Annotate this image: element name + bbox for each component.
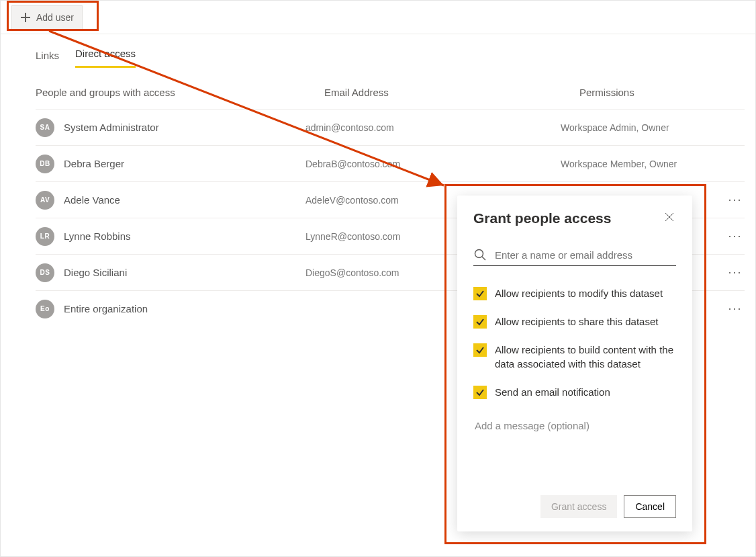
avatar: DS bbox=[36, 263, 54, 282]
header-email: Email Address bbox=[324, 87, 579, 98]
avatar: AV bbox=[36, 191, 54, 210]
option-email-notification[interactable]: Send an email notification bbox=[473, 385, 676, 400]
app-frame: Add user Links Direct access People and … bbox=[0, 0, 756, 557]
tabs: Links Direct access bbox=[1, 34, 755, 68]
avatar: DB bbox=[36, 155, 54, 173]
options-list: Allow recipients to modify this dataset … bbox=[473, 286, 676, 400]
search-icon bbox=[473, 248, 487, 261]
dialog-actions: Grant access Cancel bbox=[473, 468, 676, 518]
checkbox-icon[interactable] bbox=[473, 386, 487, 399]
option-share[interactable]: Allow recipients to share this dataset bbox=[473, 314, 676, 329]
option-build[interactable]: Allow recipients to build content with t… bbox=[473, 343, 676, 372]
name-cell: Eo Entire organization bbox=[36, 300, 305, 318]
message-input[interactable]: Add a message (optional) bbox=[473, 420, 676, 468]
avatar: LR bbox=[36, 227, 54, 246]
option-label: Allow recipients to build content with t… bbox=[495, 343, 676, 372]
table-row: SA System Administrator admin@contoso.co… bbox=[36, 109, 745, 145]
user-name: Adele Vance bbox=[64, 194, 120, 206]
close-icon[interactable] bbox=[663, 210, 676, 224]
checkbox-icon[interactable] bbox=[473, 343, 487, 357]
grant-access-button[interactable]: Grant access bbox=[540, 495, 617, 518]
name-cell: SA System Administrator bbox=[36, 118, 305, 137]
name-cell: DS Diego Siciliani bbox=[36, 263, 305, 282]
avatar: SA bbox=[36, 118, 54, 137]
svg-line-3 bbox=[482, 257, 485, 260]
option-label: Allow recipients to modify this dataset bbox=[495, 286, 663, 301]
user-name: Diego Siciliani bbox=[64, 267, 127, 278]
plus-icon bbox=[20, 12, 31, 23]
row-more-icon[interactable]: ··· bbox=[726, 263, 745, 282]
search-row bbox=[473, 248, 676, 266]
add-user-label: Add user bbox=[36, 12, 74, 23]
header-people: People and groups with access bbox=[36, 87, 324, 98]
user-name: System Administrator bbox=[64, 122, 159, 133]
header-permissions: Permissions bbox=[579, 87, 745, 98]
grant-access-dialog: Grant people access Allow recipients to … bbox=[457, 196, 692, 531]
email-cell: admin@contoso.com bbox=[305, 122, 561, 133]
email-cell: DebraB@contoso.com bbox=[305, 159, 561, 169]
table-header-row: People and groups with access Email Addr… bbox=[36, 68, 745, 109]
row-more-icon[interactable]: ··· bbox=[726, 300, 745, 318]
toolbar: Add user bbox=[1, 1, 755, 34]
perm-cell: Workspace Admin, Owner bbox=[561, 122, 745, 133]
checkbox-icon[interactable] bbox=[473, 315, 487, 329]
dialog-title: Grant people access bbox=[473, 210, 611, 226]
cancel-button[interactable]: Cancel bbox=[624, 495, 676, 518]
row-more-icon[interactable]: ··· bbox=[726, 227, 745, 246]
user-name: Entire organization bbox=[64, 303, 148, 314]
tab-direct-access[interactable]: Direct access bbox=[75, 48, 136, 68]
name-cell: LR Lynne Robbins bbox=[36, 227, 305, 246]
perm-cell: Workspace Member, Owner bbox=[561, 159, 745, 169]
name-cell: AV Adele Vance bbox=[36, 191, 305, 210]
checkbox-icon[interactable] bbox=[473, 287, 487, 300]
option-modify[interactable]: Allow recipients to modify this dataset bbox=[473, 286, 676, 301]
name-cell: DB Debra Berger bbox=[36, 155, 305, 173]
row-more-icon[interactable]: ··· bbox=[726, 191, 745, 210]
user-name: Debra Berger bbox=[64, 158, 124, 169]
dialog-header: Grant people access bbox=[473, 210, 676, 226]
table-row: DB Debra Berger DebraB@contoso.com Works… bbox=[36, 145, 745, 181]
avatar: Eo bbox=[36, 300, 54, 318]
svg-point-2 bbox=[475, 250, 483, 258]
recipient-input[interactable] bbox=[493, 249, 676, 261]
user-name: Lynne Robbins bbox=[64, 230, 131, 242]
option-label: Allow recipients to share this dataset bbox=[495, 314, 658, 329]
add-user-button[interactable]: Add user bbox=[11, 5, 83, 30]
option-label: Send an email notification bbox=[495, 385, 610, 400]
tab-links[interactable]: Links bbox=[36, 50, 59, 68]
